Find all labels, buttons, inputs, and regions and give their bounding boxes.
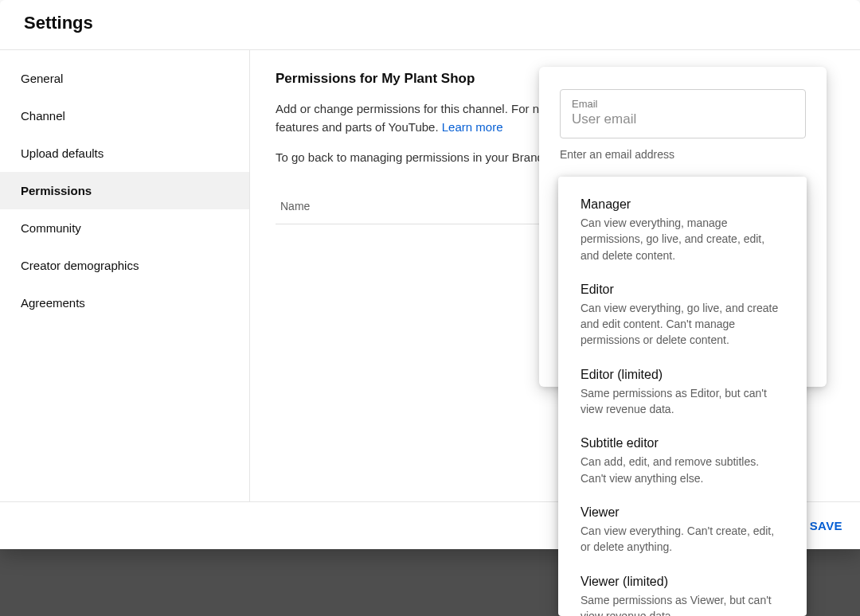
role-desc: Can add, edit, and remove subtitles. Can…	[580, 454, 784, 486]
dialog-header: Settings	[0, 0, 860, 49]
page-title: Settings	[24, 13, 836, 33]
role-option-manager[interactable]: Manager Can view everything, manage perm…	[558, 189, 807, 275]
role-title: Editor	[580, 283, 784, 297]
save-button[interactable]: SAVE	[810, 519, 842, 532]
column-name: Name	[280, 200, 310, 212]
sidebar-item-creator-demographics[interactable]: Creator demographics	[0, 247, 249, 284]
role-option-editor[interactable]: Editor Can view everything, go live, and…	[558, 275, 807, 360]
role-desc: Can view everything. Can't create, edit,…	[580, 523, 784, 556]
role-desc: Can view everything, go live, and create…	[580, 300, 784, 349]
email-helper-text: Enter an email address	[560, 148, 806, 161]
role-desc: Can view everything, manage permissions,…	[580, 215, 784, 263]
role-title: Editor (limited)	[580, 368, 784, 382]
email-field-wrapper[interactable]: Email	[560, 89, 806, 138]
role-title: Subtitle editor	[580, 436, 784, 450]
email-input[interactable]	[572, 111, 794, 127]
sidebar-item-general[interactable]: General	[0, 60, 249, 97]
sidebar-item-community[interactable]: Community	[0, 209, 249, 247]
sidebar-item-permissions[interactable]: Permissions	[0, 172, 249, 209]
role-option-editor-limited[interactable]: Editor (limited) Same permissions as Edi…	[558, 360, 807, 429]
role-title: Viewer (limited)	[580, 575, 784, 589]
settings-sidebar: General Channel Upload defaults Permissi…	[0, 50, 250, 505]
role-title: Manager	[580, 197, 784, 212]
desc-text-b: features and parts of YouTube.	[276, 120, 442, 134]
role-option-viewer[interactable]: Viewer Can view everything. Can't create…	[558, 497, 807, 567]
sidebar-item-agreements[interactable]: Agreements	[0, 284, 249, 322]
role-title: Viewer	[580, 505, 784, 520]
role-desc: Same permissions as Editor, but can't vi…	[580, 385, 784, 418]
desc-text-a: Add or change permissions for this chann…	[276, 102, 545, 115]
role-desc: Same permissions as Viewer, but can't vi…	[580, 592, 784, 616]
role-option-subtitle-editor[interactable]: Subtitle editor Can add, edit, and remov…	[558, 428, 807, 497]
role-option-viewer-limited[interactable]: Viewer (limited) Same permissions as Vie…	[558, 567, 807, 616]
sidebar-item-upload-defaults[interactable]: Upload defaults	[0, 135, 249, 172]
role-dropdown: Manager Can view everything, manage perm…	[558, 177, 807, 616]
email-label: Email	[572, 98, 794, 110]
sidebar-item-channel[interactable]: Channel	[0, 97, 249, 135]
learn-more-link[interactable]: Learn more	[442, 120, 503, 134]
